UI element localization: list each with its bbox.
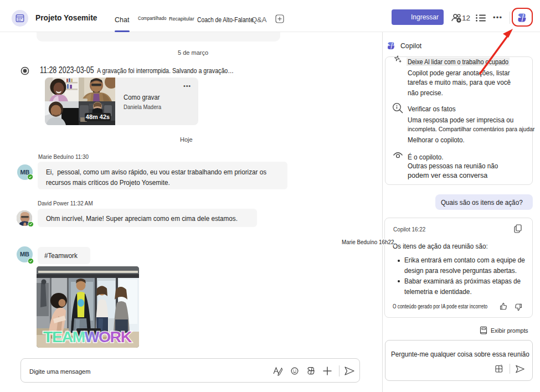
- svg-text:TEAM: TEAM: [43, 328, 85, 345]
- svg-text:WORK: WORK: [85, 328, 132, 345]
